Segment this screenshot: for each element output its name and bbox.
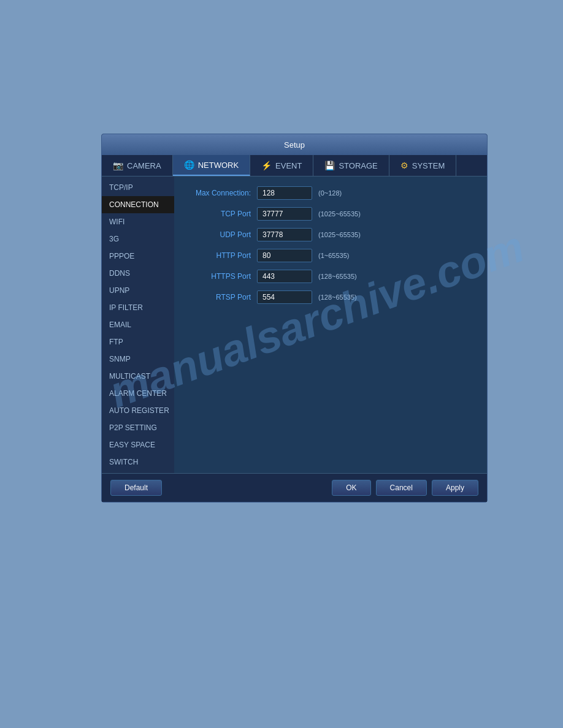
hint-tcp-port: (1025~65535) bbox=[318, 210, 361, 218]
camera-icon: 📷 bbox=[113, 161, 123, 170]
sidebar-item-3g[interactable]: 3G bbox=[102, 230, 174, 248]
storage-icon: 💾 bbox=[324, 161, 335, 170]
hint-https-port: (128~65535) bbox=[318, 273, 357, 280]
label-rtsp-port: RTSP Port bbox=[186, 293, 251, 301]
content-area: Max Connection: (0~128) TCP Port (1025~6… bbox=[174, 176, 487, 473]
sidebar-item-snmp[interactable]: SNMP bbox=[102, 351, 174, 368]
default-button[interactable]: Default bbox=[110, 480, 162, 496]
tab-camera-label: CAMERA bbox=[127, 161, 161, 170]
tab-bar: 📷 CAMERA 🌐 NETWORK ⚡ EVENT 💾 STORAGE ⚙ S… bbox=[102, 155, 487, 176]
tab-network-label: NETWORK bbox=[198, 161, 239, 170]
sidebar-item-easy-space[interactable]: EASY SPACE bbox=[102, 436, 174, 453]
hint-rtsp-port: (128~65535) bbox=[318, 294, 357, 301]
sidebar-item-ddns[interactable]: DDNS bbox=[102, 265, 174, 282]
input-rtsp-port[interactable] bbox=[257, 290, 312, 304]
sidebar-item-connection[interactable]: CONNECTION bbox=[102, 196, 174, 213]
label-http-port: HTTP Port bbox=[186, 251, 251, 260]
tab-event[interactable]: ⚡ EVENT bbox=[250, 155, 313, 176]
sidebar-item-pppoe[interactable]: PPPOE bbox=[102, 248, 174, 265]
input-udp-port[interactable] bbox=[257, 228, 312, 241]
sidebar-item-auto-register[interactable]: AUTO REGISTER bbox=[102, 402, 174, 419]
system-icon: ⚙ bbox=[400, 161, 408, 170]
input-http-port[interactable] bbox=[257, 249, 312, 262]
tab-storage[interactable]: 💾 STORAGE bbox=[313, 155, 389, 176]
sidebar-item-ip-filter[interactable]: IP FILTER bbox=[102, 299, 174, 316]
field-http-port: HTTP Port (1~65535) bbox=[186, 249, 475, 262]
input-max-connection[interactable] bbox=[257, 186, 312, 200]
field-max-connection: Max Connection: (0~128) bbox=[186, 186, 475, 200]
sidebar-item-upnp[interactable]: UPNP bbox=[102, 282, 174, 299]
field-tcp-port: TCP Port (1025~65535) bbox=[186, 207, 475, 221]
sidebar-item-tcp-ip[interactable]: TCP/IP bbox=[102, 179, 174, 196]
sidebar: TCP/IP CONNECTION WIFI 3G PPPOE DDNS UPN… bbox=[102, 176, 174, 473]
field-https-port: HTTPS Port (128~65535) bbox=[186, 270, 475, 283]
sidebar-item-wifi[interactable]: WIFI bbox=[102, 213, 174, 230]
cancel-button[interactable]: Cancel bbox=[376, 480, 427, 496]
dialog-body: TCP/IP CONNECTION WIFI 3G PPPOE DDNS UPN… bbox=[102, 176, 487, 473]
field-rtsp-port: RTSP Port (128~65535) bbox=[186, 290, 475, 304]
hint-http-port: (1~65535) bbox=[318, 252, 349, 259]
label-udp-port: UDP Port bbox=[186, 230, 251, 239]
network-icon: 🌐 bbox=[184, 160, 194, 170]
sidebar-item-multicast[interactable]: MULTICAST bbox=[102, 368, 174, 385]
event-icon: ⚡ bbox=[261, 161, 272, 170]
tab-camera[interactable]: 📷 CAMERA bbox=[102, 155, 173, 176]
input-tcp-port[interactable] bbox=[257, 207, 312, 221]
input-https-port[interactable] bbox=[257, 270, 312, 283]
ok-button[interactable]: OK bbox=[332, 480, 370, 496]
label-https-port: HTTPS Port bbox=[186, 272, 251, 281]
setup-dialog: Setup 📷 CAMERA 🌐 NETWORK ⚡ EVENT 💾 STORA… bbox=[101, 134, 488, 502]
tab-system[interactable]: ⚙ SYSTEM bbox=[389, 155, 456, 176]
sidebar-item-email[interactable]: EMAIL bbox=[102, 316, 174, 333]
sidebar-item-ftp[interactable]: FTP bbox=[102, 333, 174, 351]
sidebar-item-p2p-setting[interactable]: P2P SETTING bbox=[102, 419, 174, 436]
tab-network[interactable]: 🌐 NETWORK bbox=[173, 155, 250, 176]
tab-storage-label: STORAGE bbox=[339, 161, 377, 170]
label-tcp-port: TCP Port bbox=[186, 210, 251, 218]
tab-system-label: SYSTEM bbox=[412, 161, 445, 170]
dialog-title-bar: Setup bbox=[102, 134, 487, 155]
field-udp-port: UDP Port (1025~65535) bbox=[186, 228, 475, 241]
label-max-connection: Max Connection: bbox=[186, 189, 251, 197]
tab-event-label: EVENT bbox=[275, 161, 302, 170]
dialog-title: Setup bbox=[284, 140, 305, 150]
sidebar-item-switch[interactable]: SWITCH bbox=[102, 453, 174, 471]
dialog-footer: Default OK Cancel Apply bbox=[102, 473, 487, 502]
apply-button[interactable]: Apply bbox=[432, 480, 478, 496]
sidebar-item-alarm-center[interactable]: ALARM CENTER bbox=[102, 385, 174, 402]
footer-right-buttons: OK Cancel Apply bbox=[332, 480, 478, 496]
hint-max-connection: (0~128) bbox=[318, 189, 342, 197]
hint-udp-port: (1025~65535) bbox=[318, 231, 361, 238]
